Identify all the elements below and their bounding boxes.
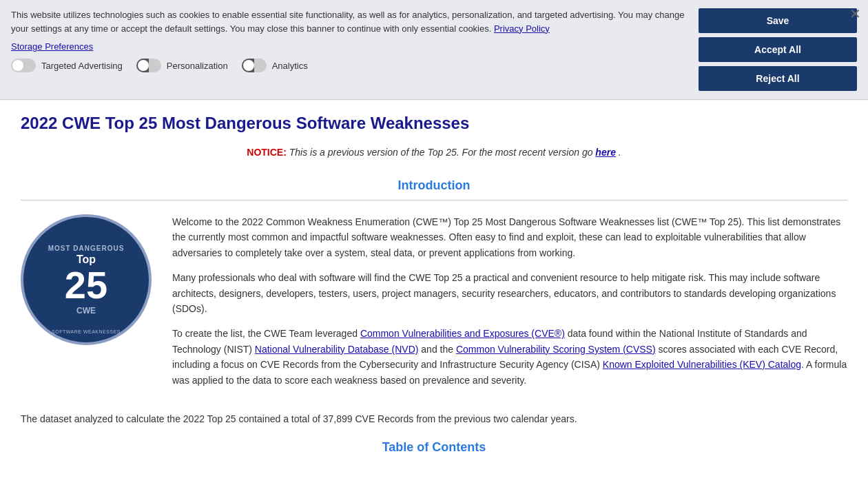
cwe-badge: MOST DANGEROUS Top 25 CWE SOFTWARE WEAKN… xyxy=(21,214,152,345)
cookie-buttons: Save Accept All Reject All xyxy=(699,8,857,91)
toggle-row: Targeted Advertising Personalization Ana… xyxy=(11,59,688,72)
page-title: 2022 CWE Top 25 Most Dangerous Software … xyxy=(21,114,847,133)
section-divider xyxy=(21,200,847,200)
analytics-toggle[interactable] xyxy=(242,59,267,72)
analytics-toggle-item: Analytics xyxy=(242,59,308,72)
main-content: 2022 CWE Top 25 Most Dangerous Software … xyxy=(0,100,868,468)
targeted-advertising-toggle-item: Targeted Advertising xyxy=(11,59,123,72)
cookie-text-area: This website utilizes technologies such … xyxy=(11,8,688,72)
notice-label: NOTICE: xyxy=(247,147,287,158)
badge-most-dangerous: MOST DANGEROUS xyxy=(48,245,125,252)
introduction-heading: Introduction xyxy=(21,178,847,193)
personalization-toggle[interactable] xyxy=(136,59,161,72)
cve-link[interactable]: Common Vulnerabilities and Exposures (CV… xyxy=(360,328,565,339)
intro-text: Welcome to the 2022 Common Weakness Enum… xyxy=(172,214,847,397)
personalization-label: Personalization xyxy=(167,61,228,71)
notice-box: NOTICE: This is a previous version of th… xyxy=(21,147,847,158)
reject-all-button[interactable]: Reject All xyxy=(699,66,857,91)
intro-section: MOST DANGEROUS Top 25 CWE SOFTWARE WEAKN… xyxy=(21,214,847,397)
cookie-description: This website utilizes technologies such … xyxy=(11,8,688,35)
nvd-link[interactable]: National Vulnerability Database (NVD) xyxy=(255,344,419,355)
badge-area: MOST DANGEROUS Top 25 CWE SOFTWARE WEAKN… xyxy=(21,214,158,397)
analytics-label: Analytics xyxy=(272,61,308,71)
intro-paragraph-2: Many professionals who deal with softwar… xyxy=(172,270,847,316)
personalization-toggle-item: Personalization xyxy=(136,59,228,72)
targeted-advertising-label: Targeted Advertising xyxy=(41,61,123,71)
notice-here-link[interactable]: here xyxy=(595,147,616,158)
kev-link[interactable]: Known Exploited Vulnerabilities (KEV) Ca… xyxy=(603,359,801,370)
intro-paragraph-3: To create the list, the CWE Team leverag… xyxy=(172,326,847,388)
save-button[interactable]: Save xyxy=(699,8,857,33)
accept-all-button[interactable]: Accept All xyxy=(699,37,857,62)
dataset-text: The dataset analyzed to calculate the 20… xyxy=(21,411,847,426)
notice-text: This is a previous version of the Top 25… xyxy=(289,147,596,158)
targeted-advertising-toggle[interactable] xyxy=(11,59,36,72)
toc-heading: Table of Contents xyxy=(21,440,847,455)
storage-preferences-link[interactable]: Storage Preferences xyxy=(11,41,93,52)
intro-paragraph-1: Welcome to the 2022 Common Weakness Enum… xyxy=(172,214,847,260)
close-button[interactable]: ✕ xyxy=(849,7,861,21)
privacy-policy-link[interactable]: Privacy Policy xyxy=(494,23,550,34)
badge-cwe: CWE xyxy=(76,306,96,316)
cvss-link[interactable]: Common Vulnerability Scoring System (CVS… xyxy=(456,344,656,355)
cookie-banner: This website utilizes technologies such … xyxy=(0,0,868,100)
badge-number: 25 xyxy=(65,266,107,304)
notice-suffix: . xyxy=(619,147,621,158)
badge-software-weaknesses: SOFTWARE WEAKNESSES xyxy=(52,329,121,334)
